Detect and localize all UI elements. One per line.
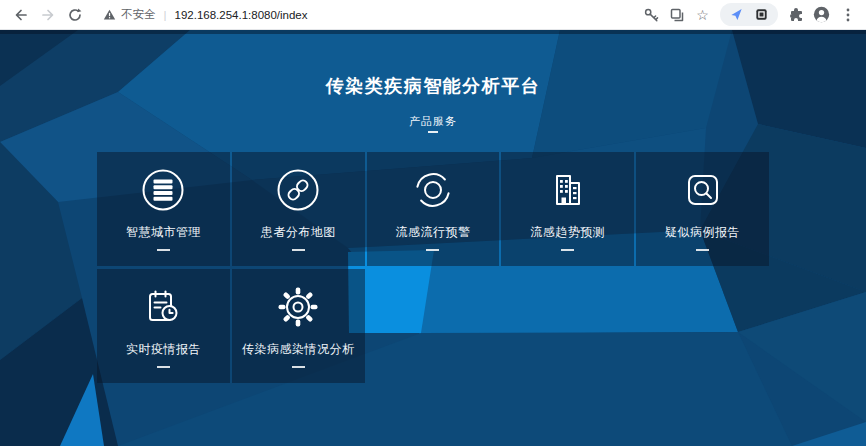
profile-avatar-button[interactable]	[813, 6, 830, 23]
browser-toolbar: 不安全 | 192.168.254.1:8080/index ☆	[0, 0, 866, 30]
card-underline	[561, 249, 574, 251]
smart-city-icon	[141, 168, 185, 212]
browser-menu-button[interactable]	[839, 6, 856, 23]
card-label: 疑似病例报告	[665, 224, 740, 241]
section-label: 产品服务	[0, 114, 866, 129]
puzzle-piece-icon	[788, 7, 804, 23]
card-flu-epidemic-warning[interactable]: 流感流行预警	[367, 152, 500, 266]
avatar-icon	[813, 6, 830, 23]
refresh-button[interactable]	[64, 4, 86, 26]
section-underline	[428, 131, 438, 133]
card-label: 传染病感染情况分析	[242, 341, 355, 358]
card-underline	[157, 249, 170, 251]
flu-warning-sync-icon	[411, 168, 455, 212]
card-underline	[292, 366, 305, 368]
security-label: 不安全	[121, 7, 156, 22]
card-infection-situation-analysis[interactable]: 传染病感染情况分析	[232, 269, 365, 383]
card-label: 实时疫情报告	[126, 341, 201, 358]
infection-analysis-gear-icon	[276, 285, 320, 329]
suspected-case-search-icon	[681, 168, 725, 212]
forward-button[interactable]	[37, 4, 59, 26]
collections-button[interactable]	[668, 6, 685, 23]
star-icon: ☆	[696, 8, 709, 22]
card-underline	[696, 249, 709, 251]
card-patient-distribution-map[interactable]: 患者分布地图	[232, 152, 365, 266]
pinned-extension-dark-button[interactable]	[753, 6, 770, 23]
pinned-extension-blue-button[interactable]	[728, 6, 745, 23]
password-key-button[interactable]	[642, 6, 659, 23]
product-cards-grid: 智慧城市管理 患者分布地图	[97, 152, 769, 383]
pinned-extensions-pill	[720, 3, 778, 26]
url-separator: |	[164, 9, 167, 21]
back-button[interactable]	[10, 4, 32, 26]
card-underline	[426, 249, 439, 251]
url-text: 192.168.254.1:8080/index	[175, 9, 308, 21]
bookmark-star-button[interactable]: ☆	[694, 6, 711, 23]
back-arrow-icon	[13, 7, 29, 23]
card-label: 患者分布地图	[261, 224, 336, 241]
card-smart-city-management[interactable]: 智慧城市管理	[97, 152, 230, 266]
toolbar-right-group: ☆	[642, 3, 856, 26]
card-label: 流感流行预警	[395, 224, 470, 241]
dark-box-extension-icon	[754, 7, 769, 22]
key-icon	[643, 7, 659, 23]
main-page: 传染类疾病智能分析平台 产品服务 智慧城市管理	[0, 30, 866, 446]
refresh-icon	[67, 7, 83, 23]
not-secure-warning-icon	[103, 8, 116, 21]
realtime-report-clock-icon	[141, 285, 185, 329]
card-realtime-epidemic-report[interactable]: 实时疫情报告	[97, 269, 230, 383]
card-underline	[157, 366, 170, 368]
address-bar[interactable]: 不安全 | 192.168.254.1:8080/index	[103, 4, 642, 26]
patient-map-link-icon	[276, 168, 320, 212]
stacked-pages-icon	[669, 7, 685, 23]
card-suspected-case-report[interactable]: 疑似病例报告	[636, 152, 769, 266]
blue-plane-extension-icon	[729, 7, 744, 22]
extensions-menu-button[interactable]	[787, 6, 804, 23]
card-label: 智慧城市管理	[126, 224, 201, 241]
flu-trend-buildings-icon	[546, 168, 590, 212]
card-underline	[292, 249, 305, 251]
three-dots-icon	[840, 7, 856, 23]
card-flu-trend-prediction[interactable]: 流感趋势预测	[501, 152, 634, 266]
page-title: 传染类疾病智能分析平台	[0, 74, 866, 98]
forward-arrow-icon	[40, 7, 56, 23]
card-label: 流感趋势预测	[530, 224, 605, 241]
